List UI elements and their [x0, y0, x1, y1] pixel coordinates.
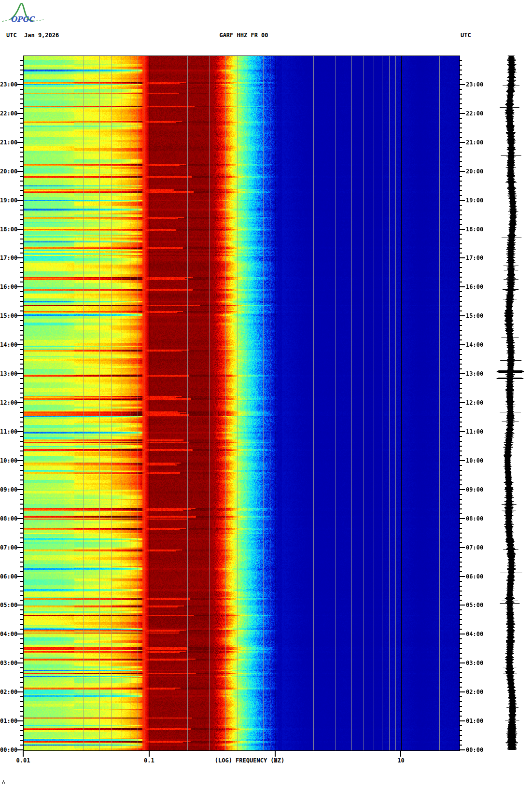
y-major-tick	[17, 373, 23, 374]
y-minor-tick	[20, 730, 23, 731]
x-major-tick	[149, 751, 150, 757]
y-minor-tick	[20, 320, 23, 321]
y-major-tick	[17, 171, 23, 172]
y-minor-tick	[20, 508, 23, 509]
y-minor-tick	[459, 571, 462, 572]
y-minor-tick	[459, 79, 462, 80]
y-tick-label: 15:00	[466, 313, 485, 319]
y-minor-tick	[20, 147, 23, 148]
y-tick-label: 07:00	[466, 545, 485, 550]
y-minor-tick	[459, 412, 462, 413]
utc-label-left: UTC	[6, 32, 17, 39]
y-minor-tick	[20, 745, 23, 746]
y-minor-tick	[20, 581, 23, 582]
y-minor-tick	[20, 571, 23, 572]
y-minor-tick	[459, 523, 462, 524]
y-minor-tick	[459, 407, 462, 408]
y-minor-tick	[20, 436, 23, 437]
x-major-tick	[400, 751, 401, 757]
y-minor-tick	[459, 696, 462, 697]
y-minor-tick	[459, 537, 462, 538]
y-major-tick	[17, 605, 23, 606]
y-tick-label: 00:00	[0, 747, 16, 753]
y-minor-tick	[20, 239, 23, 240]
y-minor-tick	[459, 60, 462, 61]
y-minor-tick	[459, 653, 462, 654]
y-minor-tick	[20, 523, 23, 524]
date-label: Jan 9,2026	[24, 32, 59, 39]
y-minor-tick	[459, 465, 462, 466]
y-minor-tick	[20, 330, 23, 331]
y-minor-tick	[20, 127, 23, 128]
y-minor-tick	[459, 725, 462, 726]
y-minor-tick	[459, 441, 462, 442]
y-minor-tick	[20, 335, 23, 336]
y-minor-tick	[20, 224, 23, 225]
y-minor-tick	[459, 306, 462, 307]
y-major-tick	[459, 142, 465, 143]
y-minor-tick	[20, 108, 23, 109]
y-major-tick	[459, 547, 465, 548]
y-minor-tick	[459, 667, 462, 668]
y-minor-tick	[459, 185, 462, 186]
y-minor-tick	[20, 190, 23, 191]
y-minor-tick	[459, 397, 462, 398]
y-minor-tick	[20, 716, 23, 717]
y-minor-tick	[459, 388, 462, 389]
y-minor-tick	[459, 591, 462, 592]
y-tick-label: 11:00	[0, 429, 16, 435]
y-minor-tick	[20, 422, 23, 423]
y-major-tick	[17, 749, 23, 750]
y-major-tick	[459, 489, 465, 490]
y-tick-label: 02:00	[466, 689, 485, 695]
y-major-tick	[17, 431, 23, 432]
y-minor-tick	[20, 185, 23, 186]
y-minor-tick	[20, 123, 23, 124]
y-minor-tick	[459, 99, 462, 99]
y-minor-tick	[20, 166, 23, 167]
y-major-tick	[17, 113, 23, 114]
y-tick-label: 03:00	[0, 660, 16, 666]
y-major-tick	[459, 171, 465, 172]
y-major-tick	[17, 257, 23, 258]
y-major-tick	[459, 431, 465, 432]
y-minor-tick	[459, 677, 462, 678]
y-minor-tick	[459, 687, 462, 688]
y-minor-tick	[459, 600, 462, 601]
y-minor-tick	[459, 451, 462, 451]
y-minor-tick	[20, 566, 23, 567]
y-minor-tick	[20, 339, 23, 340]
y-minor-tick	[20, 417, 23, 418]
y-minor-tick	[20, 74, 23, 75]
y-minor-tick	[20, 557, 23, 558]
y-major-tick	[459, 402, 465, 403]
y-minor-tick	[459, 262, 462, 263]
y-major-tick	[17, 518, 23, 519]
y-minor-tick	[459, 94, 462, 95]
y-minor-tick	[459, 127, 462, 128]
y-tick-label: 11:00	[466, 429, 485, 435]
y-minor-tick	[459, 335, 462, 336]
y-tick-label: 12:00	[0, 400, 16, 406]
y-minor-tick	[20, 711, 23, 712]
y-major-tick	[17, 84, 23, 85]
y-minor-tick	[459, 513, 462, 514]
y-minor-tick	[20, 629, 23, 630]
y-major-tick	[459, 373, 465, 374]
y-minor-tick	[459, 581, 462, 582]
y-minor-tick	[20, 79, 23, 80]
y-minor-tick	[459, 383, 462, 384]
y-minor-tick	[20, 103, 23, 104]
y-tick-label: 04:00	[466, 631, 485, 637]
y-tick-label: 19:00	[466, 197, 485, 203]
y-major-tick	[459, 84, 465, 85]
spectrogram-plot-area	[23, 56, 460, 751]
y-minor-tick	[20, 272, 23, 273]
y-minor-tick	[20, 484, 23, 485]
y-major-tick	[459, 229, 465, 230]
x-major-tick	[275, 751, 276, 757]
y-minor-tick	[20, 494, 23, 495]
y-tick-label: 04:00	[0, 631, 16, 637]
y-minor-tick	[20, 624, 23, 625]
y-major-tick	[17, 315, 23, 316]
